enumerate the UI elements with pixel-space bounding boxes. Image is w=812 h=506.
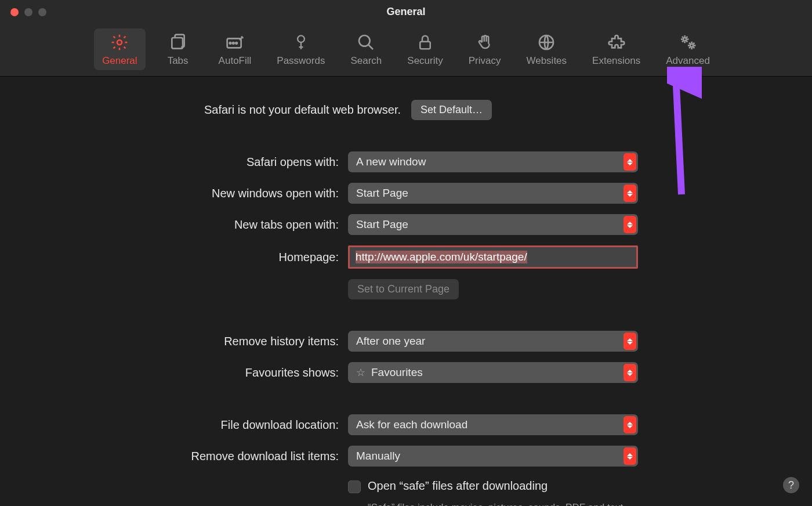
remove-downloads-select[interactable]: Manually (348, 446, 638, 467)
hand-icon (474, 32, 495, 53)
new-tabs-select[interactable]: Start Page (348, 214, 638, 235)
opens-with-label: Safari opens with: (0, 156, 348, 169)
minimize-window-button[interactable] (24, 8, 32, 16)
general-pane: Safari is not your default web browser. … (0, 77, 812, 506)
safe-files-label: Open “safe” files after downloading (368, 479, 644, 493)
download-location-select[interactable]: Ask for each download (348, 414, 638, 435)
key-icon (291, 32, 311, 53)
svg-rect-8 (420, 42, 430, 49)
gear-icon (109, 32, 130, 53)
remove-history-value: After one year (356, 335, 425, 348)
tab-search[interactable]: Search (342, 28, 390, 70)
tab-privacy-label: Privacy (469, 55, 501, 67)
new-windows-value: Start Page (356, 187, 408, 200)
tab-extensions-label: Extensions (592, 55, 640, 67)
globe-icon (536, 32, 557, 53)
favourites-value: Favourites (371, 366, 423, 379)
homepage-label: Homepage: (0, 251, 348, 264)
remove-history-label: Remove history items: (0, 335, 348, 348)
safe-files-checkbox[interactable] (348, 480, 361, 493)
preferences-toolbar: General Tabs AutoFill Passwords Search (0, 23, 812, 77)
tab-privacy[interactable]: Privacy (461, 28, 509, 70)
stepper-icon (624, 447, 636, 465)
default-browser-message: Safari is not your default web browser. (204, 103, 401, 116)
stepper-icon (624, 153, 636, 171)
stepper-icon (624, 216, 636, 233)
new-windows-select[interactable]: Start Page (348, 183, 638, 204)
tab-security[interactable]: Security (399, 28, 451, 70)
svg-point-11 (690, 44, 693, 47)
help-button[interactable]: ? (783, 477, 799, 493)
svg-point-4 (233, 42, 234, 44)
svg-point-7 (359, 35, 370, 46)
download-location-label: File download location: (0, 418, 348, 432)
tab-general[interactable]: General (94, 28, 145, 70)
opens-with-select[interactable]: A new window (348, 151, 638, 172)
favourites-select[interactable]: ☆ Favourites (348, 362, 638, 383)
tab-websites-label: Websites (526, 55, 567, 67)
maximize-window-button[interactable] (38, 8, 46, 16)
svg-point-6 (298, 35, 304, 42)
tab-tabs-label: Tabs (168, 55, 188, 67)
svg-point-3 (230, 42, 231, 44)
opens-with-value: A new window (356, 156, 426, 168)
tab-websites[interactable]: Websites (518, 28, 575, 70)
tab-security-label: Security (407, 55, 443, 67)
remove-downloads-value: Manually (356, 450, 400, 462)
new-tabs-value: Start Page (356, 218, 408, 231)
download-location-value: Ask for each download (356, 418, 467, 431)
tab-advanced[interactable]: Advanced (658, 28, 718, 70)
search-icon (356, 32, 376, 53)
svg-point-5 (235, 42, 237, 44)
puzzle-icon (606, 32, 627, 53)
tab-tabs[interactable]: Tabs (155, 28, 201, 70)
tab-advanced-label: Advanced (666, 55, 710, 67)
svg-point-10 (683, 38, 686, 41)
favourites-label: Favourites shows: (0, 366, 348, 380)
svg-rect-1 (172, 38, 183, 49)
set-default-button[interactable]: Set Default… (411, 100, 492, 120)
gears-icon (677, 32, 698, 53)
tabs-icon (168, 32, 188, 53)
svg-point-0 (117, 40, 122, 45)
homepage-input[interactable] (348, 245, 638, 269)
star-icon: ☆ (356, 366, 365, 379)
tab-passwords[interactable]: Passwords (269, 28, 333, 70)
window-controls (10, 8, 46, 16)
tab-general-label: General (102, 55, 137, 67)
stepper-icon (624, 332, 636, 350)
tab-passwords-label: Passwords (277, 55, 325, 67)
set-current-page-button[interactable]: Set to Current Page (348, 279, 459, 299)
new-windows-label: New windows open with: (0, 187, 348, 200)
lock-icon (415, 32, 436, 53)
remove-downloads-label: Remove download list items: (0, 450, 348, 463)
stepper-icon (624, 364, 636, 381)
autofill-icon (224, 32, 245, 53)
titlebar: General (0, 0, 812, 23)
tab-extensions[interactable]: Extensions (584, 28, 648, 70)
window-title: General (386, 6, 425, 18)
stepper-icon (624, 185, 636, 202)
remove-history-select[interactable]: After one year (348, 331, 638, 352)
close-window-button[interactable] (10, 8, 19, 16)
tab-autofill[interactable]: AutoFill (211, 28, 260, 70)
tab-search-label: Search (350, 55, 382, 67)
safe-files-hint: “Safe” files include movies, pictures, s… (368, 501, 644, 506)
stepper-icon (624, 416, 636, 433)
new-tabs-label: New tabs open with: (0, 218, 348, 232)
tab-autofill-label: AutoFill (219, 55, 252, 67)
